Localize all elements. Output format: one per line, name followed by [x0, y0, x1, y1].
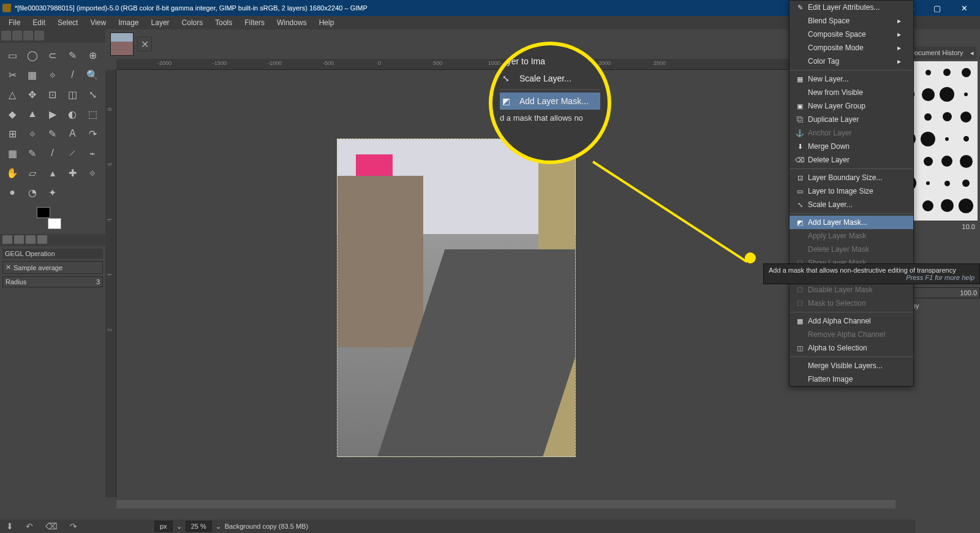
brush-swatch[interactable]	[957, 197, 974, 214]
tool-icon[interactable]: ◯	[24, 47, 41, 64]
radius-field[interactable]: Radius 3	[2, 276, 103, 287]
tool-icon[interactable]: ✋	[4, 164, 21, 181]
zoom-selector[interactable]: 25 %	[186, 521, 212, 532]
tool-icon[interactable]: ⟋	[64, 145, 81, 162]
menu-item-color-tag[interactable]: Color Tag▸	[790, 55, 913, 68]
save-icon[interactable]: ⬇	[6, 521, 13, 531]
tool-icon[interactable]: ⊡	[44, 86, 61, 103]
menu-edit[interactable]: Edit	[26, 17, 51, 29]
ruler-vertical[interactable]: 05112	[105, 70, 116, 497]
tool-icon[interactable]: ⊂	[44, 47, 61, 64]
redo-icon[interactable]: ↷	[70, 521, 77, 531]
undo-icon[interactable]: ↶	[26, 521, 33, 531]
menu-item-merge-down[interactable]: ⬇Merge Down	[790, 140, 913, 153]
tab-icon[interactable]	[2, 235, 12, 244]
tool-icon[interactable]: ▲	[24, 105, 41, 123]
tool-icon[interactable]: ⬚	[84, 105, 101, 123]
menu-item-new-from-visible[interactable]: New from Visible	[790, 86, 913, 99]
menu-file[interactable]: File	[2, 17, 26, 29]
menu-item-delete-layer[interactable]: ⌫Delete Layer	[790, 153, 913, 167]
tool-icon[interactable]: ⟐	[24, 125, 41, 142]
chevron-down-icon[interactable]: ⌄	[176, 523, 182, 531]
tool-icon[interactable]: ✦	[44, 184, 61, 201]
menu-item-new-layer[interactable]: ▦New Layer...	[790, 72, 913, 86]
tool-icon[interactable]: ◫	[64, 86, 81, 103]
tool-icon[interactable]: △	[4, 86, 21, 103]
brush-swatch[interactable]	[919, 130, 937, 148]
tool-icon[interactable]: ⟐	[84, 164, 101, 181]
tool-icon[interactable]: ▦	[4, 145, 21, 162]
menu-tools[interactable]: Tools	[209, 17, 238, 29]
menu-colors[interactable]: Colors	[176, 17, 209, 29]
document-tab-close[interactable]: ✕	[137, 37, 152, 51]
tool-icon[interactable]: ◔	[24, 184, 41, 201]
menu-filters[interactable]: Filters	[238, 17, 271, 29]
menu-item-edit-layer-attributes[interactable]: ✎Edit Layer Attributes...	[790, 1, 913, 14]
menu-item-add-layer-mask[interactable]: ◩Add Layer Mask...	[790, 216, 913, 229]
menu-item-alpha-to-selection[interactable]: ◫Alpha to Selection	[790, 341, 913, 355]
tool-icon[interactable]: A	[64, 125, 81, 142]
tool-icon[interactable]: ✎	[64, 47, 81, 64]
tool-icon[interactable]: ▭	[4, 47, 21, 64]
brush-swatch[interactable]	[957, 86, 974, 103]
chevron-down-icon[interactable]: ⌄	[216, 523, 221, 531]
fg-color-swatch[interactable]	[37, 207, 50, 218]
unit-selector[interactable]: px	[154, 521, 173, 532]
menu-item-composite-space[interactable]: Composite Space▸	[790, 28, 913, 41]
menu-item-scale-layer[interactable]: ⤡Scale Layer...	[790, 198, 913, 211]
brush-swatch[interactable]	[919, 197, 937, 214]
menu-select[interactable]: Select	[51, 17, 84, 29]
fg-bg-swatches[interactable]	[37, 207, 61, 229]
tool-icon[interactable]: ▱	[24, 164, 41, 181]
brush-swatch[interactable]	[957, 108, 974, 126]
tool-icon[interactable]: ▴	[44, 164, 61, 181]
brush-swatch[interactable]	[938, 153, 956, 170]
window-maximize-button[interactable]	[924, 0, 951, 16]
tool-icon[interactable]: ◐	[64, 105, 81, 123]
menu-item-layer-boundary-size[interactable]: ⊡Layer Boundary Size...	[790, 171, 913, 184]
tool-icon[interactable]: ⤡	[84, 86, 101, 103]
tool-icon[interactable]: ▦	[24, 66, 41, 83]
delete-icon[interactable]: ⌫	[45, 521, 58, 531]
tool-icon[interactable]: ⟐	[44, 66, 61, 83]
brush-swatch[interactable]	[957, 64, 974, 81]
brush-swatch[interactable]	[957, 153, 974, 170]
menu-item-new-layer-group[interactable]: ▣New Layer Group	[790, 99, 913, 113]
menu-windows[interactable]: Windows	[271, 17, 313, 29]
brush-swatch[interactable]	[919, 86, 937, 103]
menu-item-add-alpha-channel[interactable]: ▩Add Alpha Channel	[790, 314, 913, 328]
brush-swatch[interactable]	[919, 64, 937, 81]
brush-swatch[interactable]	[957, 130, 974, 148]
brush-swatch[interactable]	[957, 175, 974, 192]
tool-icon[interactable]: ⌁	[84, 145, 101, 162]
tool-icon[interactable]: /	[44, 145, 61, 162]
tool-icon[interactable]: ▶	[44, 105, 61, 123]
menu-item-blend-space[interactable]: Blend Space▸	[790, 14, 913, 28]
brush-swatch[interactable]	[919, 175, 937, 192]
tool-icon[interactable]: ✎	[24, 145, 41, 162]
tool-icon[interactable]: ◆	[4, 105, 21, 123]
tool-icon[interactable]: ✎	[44, 125, 61, 142]
tab-icon[interactable]	[26, 235, 36, 244]
menu-item-composite-mode[interactable]: Composite Mode▸	[790, 41, 913, 55]
tool-icon[interactable]: ⊕	[84, 47, 101, 64]
brush-swatch[interactable]	[919, 153, 937, 170]
menu-item-layer-to-image-size[interactable]: ▭Layer to Image Size	[790, 184, 913, 198]
tool-icon[interactable]: ✚	[64, 164, 81, 181]
tool-icon[interactable]: ✂	[4, 66, 21, 83]
sample-average-row[interactable]: ✕ Sample average	[2, 261, 103, 274]
menu-item-duplicate-layer[interactable]: ⿻Duplicate Layer	[790, 113, 913, 126]
scrollbar-horizontal[interactable]	[116, 500, 904, 508]
tab-icon[interactable]	[14, 235, 24, 244]
tool-icon[interactable]: ✥	[24, 86, 41, 103]
brush-swatch[interactable]	[938, 86, 956, 103]
tool-icon[interactable]: ⊞	[4, 125, 21, 142]
bg-color-swatch[interactable]	[48, 218, 61, 229]
tool-icon[interactable]: ↷	[84, 125, 101, 142]
close-icon[interactable]: ✕	[6, 263, 11, 271]
brush-swatch[interactable]	[938, 130, 956, 148]
menu-layer[interactable]: Layer	[145, 17, 176, 29]
menu-view[interactable]: View	[84, 17, 112, 29]
brush-swatch[interactable]	[938, 175, 956, 192]
brush-swatch[interactable]	[938, 197, 956, 214]
